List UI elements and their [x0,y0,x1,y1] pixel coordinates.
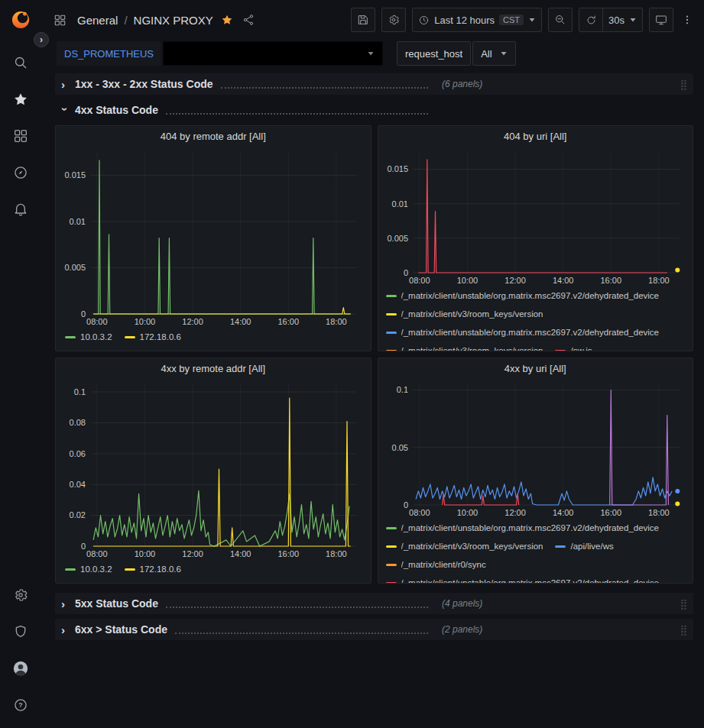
row-title: 5xx Status Code [75,597,158,610]
legend-item[interactable]: /_matrix/client/unstable/org.matrix.msc2… [386,323,660,341]
sidebar-item-configuration[interactable] [5,580,36,610]
panel-title[interactable]: 404 by remote addr [All] [56,126,371,146]
svg-text:0: 0 [403,268,407,277]
top-navbar: General / NGINX PROXY [41,0,704,40]
legend-item[interactable]: /_matrix/client/v3/room_keys/version [386,305,543,323]
legend-item[interactable]: /_matrix/client/unstable/org.matrix.msc2… [386,286,660,305]
row-4xx[interactable]: › 4xx Status Code [55,99,693,121]
sidebar-item-search[interactable] [5,47,36,78]
legend-label: /_matrix/client/r0/sync [401,560,486,569]
main-area: General / NGINX PROXY [41,0,704,728]
series-color-marker [386,350,397,351]
save-dashboard-button[interactable] [351,8,375,32]
row-drag-handle[interactable]: ⣿ [680,624,687,636]
refresh-group: 30s [579,8,643,32]
svg-text:12:00: 12:00 [182,317,203,326]
datasource-select[interactable] [163,41,383,66]
legend-item[interactable]: /_matrix/client/v3/room_keys/version [386,341,543,351]
row-6xx[interactable]: › 6xx > Status Code (2 panels) ⣿ [55,619,693,640]
tv-mode-button[interactable] [649,8,673,32]
time-range-picker[interactable]: Last 12 hours CST [412,8,542,32]
zoom-out-button[interactable] [548,8,573,32]
panels-grid: 404 by remote addr [All] 08:0010:0012:00… [55,125,693,584]
sidebar-item-profile[interactable] [5,653,36,684]
row-title: 1xx - 3xx - 2xx Status Code [75,78,213,90]
legend-item[interactable]: /_matrix/client/unstable/org.matrix.msc2… [386,519,660,537]
refresh-interval-picker[interactable]: 30s [603,8,643,32]
row-1xx-3xx-2xx[interactable]: › 1xx - 3xx - 2xx Status Code (6 panels)… [55,73,693,95]
chevron-down-icon: › [60,107,71,115]
legend-item[interactable]: /sw.js [555,341,592,351]
series-color-marker [125,336,135,338]
sidebar-item-explore[interactable] [5,157,36,188]
series-color-marker [386,527,397,529]
row-title: 4xx Status Code [75,104,158,116]
gear-icon [388,14,400,26]
panel-title[interactable]: 404 by uri [All] [378,126,693,146]
svg-text:10:00: 10:00 [456,276,478,285]
grafana-logo[interactable] [8,8,33,32]
svg-text:14:00: 14:00 [552,276,573,285]
expand-sidebar-button[interactable]: › [34,32,49,47]
svg-text:0: 0 [81,309,86,319]
panel-title[interactable]: 4xx by remote addr [All] [56,358,371,378]
apps-grid-icon[interactable] [52,12,68,28]
row-drag-handle[interactable]: ⣿ [680,79,687,90]
shield-icon [13,624,28,639]
legend-item[interactable]: 172.18.0.6 [125,328,181,346]
legend-item[interactable]: /_matrix/client/r0/sync [386,555,486,574]
legend-item[interactable]: 10.0.3.2 [65,328,112,346]
breadcrumb-separator: / [124,14,127,27]
svg-text:0.1: 0.1 [74,387,86,396]
svg-text:0.01: 0.01 [391,199,407,209]
request-host-select[interactable]: All [472,41,515,66]
sidebar-item-dashboards[interactable] [5,121,36,151]
row-dots [221,87,428,89]
legend-item[interactable]: /_matrix/client/unstable/org.matrix.msc2… [386,574,660,583]
series-color-marker [65,336,76,338]
star-icon [13,92,28,107]
time-series-chart[interactable]: 08:0010:0012:0014:0016:0018:0000.050.1 [381,378,690,519]
clock-icon [418,15,430,26]
panel-title[interactable]: 4xx by uri [All] [378,358,693,378]
svg-text:12:00: 12:00 [182,549,203,558]
dashboard-settings-button[interactable] [381,8,406,32]
row-5xx[interactable]: › 5xx Status Code (4 panels) ⣿ [55,593,693,614]
sidebar-item-server-admin[interactable] [5,616,36,647]
row-dots [166,607,428,608]
request-host-variable-label: request_host [397,41,471,66]
legend-item[interactable]: 172.18.0.6 [125,560,181,578]
dashboard-scroll-area[interactable]: › 1xx - 3xx - 2xx Status Code (6 panels)… [41,69,704,728]
time-range-label: Last 12 hours [434,15,495,26]
legend-item[interactable]: 10.0.3.2 [65,560,112,578]
legend-item[interactable]: /_matrix/client/v3/room_keys/version [386,537,543,555]
time-series-chart[interactable]: 08:0010:0012:0014:0016:0018:0000.0050.01… [59,146,368,328]
row-panel-count: (2 panels) [442,624,482,635]
legend-label: /sw.js [570,346,592,351]
row-drag-handle[interactable]: ⣿ [680,598,687,610]
svg-text:14:00: 14:00 [230,317,251,326]
share-icon[interactable] [241,12,256,28]
more-options-button[interactable] [680,11,695,29]
svg-text:08:00: 08:00 [86,317,108,326]
datasource-variable-label[interactable]: DS_PROMETHEUS [57,41,161,66]
svg-text:0.005: 0.005 [64,263,86,272]
svg-text:10:00: 10:00 [135,549,156,558]
panel-4xx-by-remote-addr: 4xx by remote addr [All] 08:0010:0012:00… [55,358,371,584]
legend-label: /_matrix/client/unstable/org.matrix.msc2… [401,578,660,583]
sidebar-item-starred[interactable] [5,84,36,115]
legend-label: /_matrix/client/v3/room_keys/version [401,542,543,551]
series-color-marker [386,545,397,548]
breadcrumb-folder[interactable]: General [77,14,118,27]
svg-text:0.05: 0.05 [391,443,407,452]
sidebar-item-alerting[interactable] [5,194,36,225]
legend-label: /_matrix/client/v3/room_keys/version [401,346,543,351]
favorite-star-icon[interactable] [219,12,235,28]
legend-item[interactable]: /api/live/ws [555,537,613,555]
chart-area: 08:0010:0012:0014:0016:0018:0000.0050.01… [378,146,693,286]
sidebar-item-help[interactable]: ? [5,690,36,720]
refresh-button[interactable] [579,8,603,32]
time-series-chart[interactable]: 08:0010:0012:0014:0016:0018:0000.020.040… [59,378,368,560]
svg-text:12:00: 12:00 [504,508,526,517]
time-series-chart[interactable]: 08:0010:0012:0014:0016:0018:0000.0050.01… [381,146,690,286]
